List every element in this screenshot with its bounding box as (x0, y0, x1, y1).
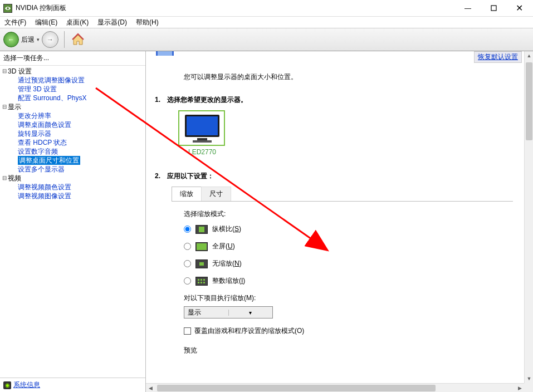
horizontal-scrollbar[interactable]: ◀ ▶ (146, 383, 524, 392)
tree-item[interactable]: 设置数字音频 (18, 147, 145, 156)
tree-item[interactable]: 旋转显示器 (18, 129, 145, 138)
svg-rect-1 (491, 6, 496, 11)
tab-size[interactable]: 尺寸 (201, 187, 231, 201)
sidebar-header: 选择一项任务... (0, 51, 145, 66)
aspect-icon (195, 225, 208, 234)
menu-desktop[interactable]: 桌面(K) (64, 17, 91, 28)
back-label: 后退 (21, 35, 35, 45)
menu-help[interactable]: 帮助(H) (134, 17, 161, 28)
override-label: 覆盖由游戏和程序设置的缩放模式(O) (194, 326, 304, 336)
radio-aspect-label: 纵横比(S) (212, 224, 241, 234)
radio-integer-label: 整数缩放(I) (212, 276, 245, 286)
back-dropdown-icon[interactable]: ▾ (37, 37, 40, 42)
monitor-name: LED2770 (178, 148, 226, 156)
svg-rect-12 (199, 262, 204, 266)
back-button[interactable]: ← (3, 32, 19, 47)
svg-rect-13 (197, 278, 207, 285)
svg-rect-18 (201, 282, 202, 283)
chevron-down-icon: ▾ (228, 310, 273, 316)
tree-toggle-icon[interactable]: ⊟ (1, 174, 8, 183)
home-button[interactable] (70, 32, 86, 47)
scrollbar-corner (524, 383, 533, 392)
tree-item[interactable]: 配置 Surround、PhysX (18, 94, 145, 102)
intro-text: 您可以调整显示器的桌面大小和位置。 (184, 72, 524, 82)
menu-edit[interactable]: 编辑(E) (33, 17, 60, 28)
section1-title: 选择您希望更改的显示器。 (167, 95, 247, 105)
svg-rect-6 (197, 138, 207, 140)
tree-item[interactable]: 调整视频颜色设置 (18, 183, 145, 192)
svg-rect-16 (203, 279, 205, 281)
tree-toggle-icon[interactable]: ⊟ (1, 102, 8, 111)
radio-aspect[interactable] (184, 226, 191, 233)
radio-fullscreen[interactable] (184, 243, 191, 250)
svg-rect-5 (187, 116, 218, 135)
svg-rect-15 (201, 279, 202, 281)
forward-button[interactable]: → (42, 31, 58, 48)
svg-rect-9 (199, 227, 204, 232)
content-panel: 恢复默认设置 您可以调整显示器的桌面大小和位置。 1. 选择您希望更改的显示器。 (146, 51, 533, 392)
svg-rect-10 (197, 243, 207, 250)
noscale-icon (195, 259, 208, 268)
perform-on-value: 显示 (184, 308, 228, 317)
toolbar: ← 后退 ▾ → (0, 28, 533, 51)
vertical-scrollbar[interactable]: ▲ ▼ (524, 51, 533, 383)
tree-item[interactable]: 通过预览调整图像设置 (18, 76, 145, 85)
task-tree: ⊟3D 设置 通过预览调整图像设置 管理 3D 设置 配置 Surround、P… (0, 66, 145, 378)
radio-noscale-label: 无缩放(N) (212, 259, 242, 268)
tree-item[interactable]: 管理 3D 设置 (18, 85, 145, 94)
minimize-button[interactable]: — (455, 0, 481, 17)
preview-label: 预览 (184, 346, 513, 355)
tree-item[interactable]: 调整桌面颜色设置 (18, 120, 145, 129)
toolbar-separator (64, 31, 65, 48)
fullscreen-icon (195, 242, 208, 251)
section-number: 1. (155, 96, 163, 104)
monitor-thumbnail[interactable]: LED2770 (178, 110, 226, 156)
tree-item[interactable]: 调整视频图像设置 (18, 192, 145, 200)
perform-on-select[interactable]: 显示 ▾ (184, 306, 273, 318)
override-checkbox[interactable] (184, 327, 191, 335)
sidebar: 选择一项任务... ⊟3D 设置 通过预览调整图像设置 管理 3D 设置 配置 … (0, 51, 146, 392)
menu-file[interactable]: 文件(F) (2, 17, 28, 28)
maximize-button[interactable] (481, 0, 506, 17)
perform-on-label: 对以下项目执行缩放(M): (184, 293, 513, 303)
tab-scaling[interactable]: 缩放 (172, 187, 202, 201)
menu-display[interactable]: 显示器(D) (95, 17, 129, 28)
tree-item-selected[interactable]: 调整桌面尺寸和位置 (18, 156, 80, 165)
radio-fullscreen-label: 全屏(U) (212, 242, 235, 251)
svg-rect-19 (203, 282, 205, 283)
menu-bar: 文件(F) 编辑(E) 桌面(K) 显示器(D) 帮助(H) (0, 17, 533, 28)
app-icon (3, 4, 12, 13)
svg-rect-17 (198, 282, 199, 283)
radio-noscale[interactable] (184, 260, 191, 267)
tree-item[interactable]: 查看 HDCP 状态 (18, 138, 145, 147)
window-title: NVIDIA 控制面板 (16, 3, 455, 13)
tree-toggle-icon[interactable]: ⊟ (1, 67, 8, 76)
tree-item[interactable]: 更改分辨率 (18, 111, 145, 120)
tree-group-video[interactable]: 视频 (8, 174, 21, 183)
partial-display-icon (156, 51, 178, 56)
integer-icon (195, 277, 208, 286)
system-info-link[interactable]: 系统信息 (13, 380, 40, 390)
tree-group-display[interactable]: 显示 (8, 102, 21, 111)
tree-group-3d[interactable]: 3D 设置 (8, 67, 32, 76)
svg-point-0 (7, 7, 9, 9)
svg-rect-3 (158, 51, 172, 56)
close-button[interactable]: ✕ (506, 0, 532, 17)
restore-defaults-link[interactable]: 恢复默认设置 (474, 51, 522, 63)
scaling-mode-label: 选择缩放模式: (184, 209, 513, 219)
svg-rect-7 (193, 140, 212, 143)
section2-title: 应用以下设置： (167, 171, 214, 181)
section-number: 2. (155, 172, 163, 180)
sysinfo-icon: ◉ (3, 381, 11, 389)
radio-integer[interactable] (184, 277, 191, 285)
svg-rect-14 (198, 279, 199, 281)
tree-item[interactable]: 设置多个显示器 (18, 165, 145, 174)
